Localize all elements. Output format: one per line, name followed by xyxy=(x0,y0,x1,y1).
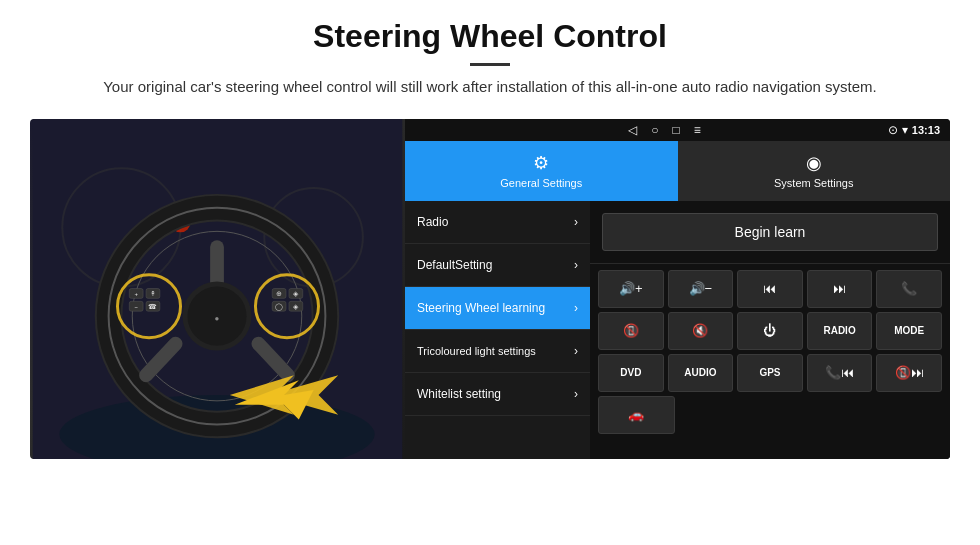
page-header: Steering Wheel Control Your original car… xyxy=(0,0,980,109)
settings-tabs: ⚙ General Settings ◉ System Settings xyxy=(405,141,950,201)
status-bar: ◁ ○ □ ≡ ⊙ ▾ 13:13 xyxy=(405,119,950,141)
android-screen: ◁ ○ □ ≡ ⊙ ▾ 13:13 ⚙ General Settings ◉ S… xyxy=(405,119,950,459)
header-description: Your original car's steering wheel contr… xyxy=(60,76,920,99)
steering-wheel-image: ● + − ↟ ☎ ⊕ ◯ ◈ ◈ xyxy=(30,119,405,459)
svg-text:−: − xyxy=(134,304,138,310)
mute-button[interactable]: 🔇 xyxy=(668,312,734,350)
svg-text:☎: ☎ xyxy=(148,303,157,310)
settings-content: Radio › DefaultSetting › Steering Wheel … xyxy=(405,201,950,459)
power-button[interactable]: ⏻ xyxy=(737,312,803,350)
arrow-icon: › xyxy=(574,301,578,315)
next-button[interactable]: ⏭ xyxy=(807,270,873,308)
menu-icon[interactable]: ≡ xyxy=(694,123,701,137)
menu-item-steering-wheel[interactable]: Steering Wheel learning › xyxy=(405,287,590,330)
arrow-icon: › xyxy=(574,215,578,229)
controls-grid: 🔊+ 🔊− ⏮ ⏭ 📞 📵 🔇 ⏻ RADIO MODE xyxy=(590,264,950,440)
dvd-button[interactable]: DVD xyxy=(598,354,664,392)
svg-text:+: + xyxy=(134,291,138,297)
main-content: ● + − ↟ ☎ ⊕ ◯ ◈ ◈ xyxy=(0,119,980,459)
menu-item-radio[interactable]: Radio › xyxy=(405,201,590,244)
menu-item-whitelist[interactable]: Whitelist setting › xyxy=(405,373,590,416)
svg-text:●: ● xyxy=(215,314,220,323)
prev-button[interactable]: ⏮ xyxy=(737,270,803,308)
settings-menu: Radio › DefaultSetting › Steering Wheel … xyxy=(405,201,590,459)
car-button[interactable]: 🚗 xyxy=(598,396,675,434)
general-settings-icon: ⚙ xyxy=(533,152,549,174)
svg-text:◯: ◯ xyxy=(275,303,283,311)
svg-text:↟: ↟ xyxy=(150,290,156,297)
vol-down-button[interactable]: 🔊− xyxy=(668,270,734,308)
page-title: Steering Wheel Control xyxy=(60,18,920,55)
header-divider xyxy=(470,63,510,66)
arrow-icon: › xyxy=(574,387,578,401)
tab-system-settings[interactable]: ◉ System Settings xyxy=(678,141,951,201)
tel-next-button[interactable]: 📵⏭ xyxy=(876,354,942,392)
mode-button[interactable]: MODE xyxy=(876,312,942,350)
menu-item-tricoloured[interactable]: Tricoloured light settings › xyxy=(405,330,590,373)
hangup-button[interactable]: 📵 xyxy=(598,312,664,350)
location-icon: ⊙ xyxy=(888,123,898,137)
begin-learn-row: Begin learn xyxy=(590,201,950,264)
svg-text:⊕: ⊕ xyxy=(276,290,282,297)
status-indicators: ⊙ ▾ 13:13 xyxy=(888,123,940,137)
clock: 13:13 xyxy=(912,124,940,136)
controls-row-1: 🔊+ 🔊− ⏮ ⏭ 📞 xyxy=(598,270,942,308)
audio-button[interactable]: AUDIO xyxy=(668,354,734,392)
wifi-icon: ▾ xyxy=(902,123,908,137)
settings-panel: Begin learn 🔊+ 🔊− ⏮ ⏭ 📞 📵 🔇 xyxy=(590,201,950,459)
arrow-icon: › xyxy=(574,258,578,272)
tel-prev-button[interactable]: 📞⏮ xyxy=(807,354,873,392)
gps-button[interactable]: GPS xyxy=(737,354,803,392)
nav-icons: ◁ ○ □ ≡ xyxy=(415,123,884,137)
back-icon[interactable]: ◁ xyxy=(628,123,637,137)
menu-item-default-setting[interactable]: DefaultSetting › xyxy=(405,244,590,287)
radio-button[interactable]: RADIO xyxy=(807,312,873,350)
recents-icon[interactable]: □ xyxy=(672,123,679,137)
arrow-icon: › xyxy=(574,344,578,358)
begin-learn-button[interactable]: Begin learn xyxy=(602,213,938,251)
home-icon[interactable]: ○ xyxy=(651,123,658,137)
vol-up-button[interactable]: 🔊+ xyxy=(598,270,664,308)
system-settings-icon: ◉ xyxy=(806,152,822,174)
controls-row-4: 🚗 xyxy=(598,396,942,434)
controls-row-2: 📵 🔇 ⏻ RADIO MODE xyxy=(598,312,942,350)
controls-row-3: DVD AUDIO GPS 📞⏮ 📵⏭ xyxy=(598,354,942,392)
call-button[interactable]: 📞 xyxy=(876,270,942,308)
tab-general-settings[interactable]: ⚙ General Settings xyxy=(405,141,678,201)
